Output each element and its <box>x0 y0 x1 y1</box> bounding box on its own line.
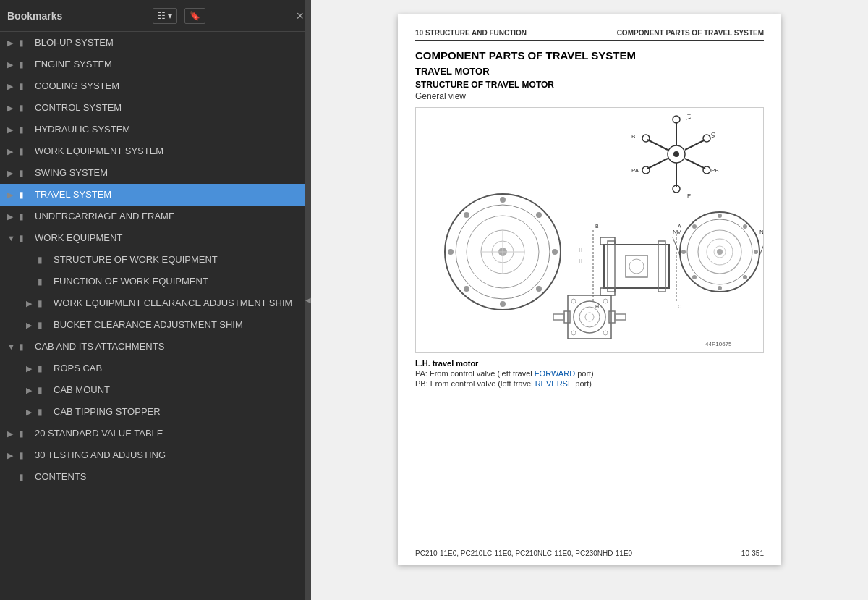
svg-point-63 <box>743 275 747 279</box>
sidebar-item-label: WORK EQUIPMENT <box>35 232 305 245</box>
bookmark-icon: ▮ <box>38 363 49 373</box>
sidebar-item-testing[interactable]: ▮ 30 TESTING AND ADJUSTING <box>0 444 311 466</box>
sidebar-item-label: STRUCTURE OF WORK EQUIPMENT <box>54 254 305 266</box>
bookmark-icon: ▮ <box>19 428 30 439</box>
bookmark-icon: ▮ <box>19 81 30 91</box>
svg-text:P: P <box>687 193 691 199</box>
sidebar-item-control[interactable]: ▮ CONTROL SYSTEM <box>0 97 311 119</box>
sidebar-item-label: ROPS CAB <box>54 363 305 375</box>
resize-handle[interactable] <box>305 0 311 600</box>
arrow-icon <box>7 429 19 439</box>
sidebar-title: Bookmarks <box>7 10 62 22</box>
svg-point-31 <box>552 249 558 255</box>
sidebar-item-func-we[interactable]: ▮ FUNCTION OF WORK EQUIPMENT <box>0 271 311 292</box>
document-footer: PC210-11E0, PC210LC-11E0, PC210NLC-11E0,… <box>415 546 764 557</box>
caption-pa: PA: From control valve (left travel FORW… <box>415 369 764 378</box>
general-view-label: General view <box>415 91 764 101</box>
svg-point-2 <box>673 151 679 157</box>
arrow-icon <box>7 169 19 178</box>
arrow-icon <box>7 451 19 460</box>
sidebar-item-label: 20 STANDARD VALUE TABLE <box>35 428 305 440</box>
bookmark-icon: ▮ <box>38 320 49 330</box>
sidebar-item-label: CONTROL SYSTEM <box>35 102 305 114</box>
bookmark-icon: ▮ <box>19 342 30 352</box>
caption-pb-keyword: REVERSE <box>535 379 574 388</box>
sidebar-item-swing[interactable]: ▮ SWING SYSTEM <box>0 162 311 184</box>
bookmark-icon: ▮ <box>19 211 30 221</box>
sidebar-item-work-equip-sys[interactable]: ▮ WORK EQUIPMENT SYSTEM <box>0 140 311 162</box>
arrow-icon <box>26 321 38 330</box>
svg-text:NM: NM <box>673 229 682 235</box>
arrow-icon <box>7 234 19 242</box>
travel-motor-diagram: T C PB P PA B <box>415 107 764 353</box>
bookmark-icon: ▮ <box>19 38 30 48</box>
document-title: COMPONENT PARTS OF TRAVEL SYSTEM <box>415 49 764 62</box>
svg-rect-0 <box>416 111 763 350</box>
arrow-icon <box>7 190 19 200</box>
main-content: 10 STRUCTURE AND FUNCTION COMPONENT PART… <box>311 0 868 600</box>
svg-text:H: H <box>579 248 582 253</box>
arrow-icon <box>26 407 38 417</box>
sidebar-item-label: CAB AND ITS ATTACHMENTS <box>35 341 305 353</box>
sidebar-item-cab-attach[interactable]: ▮ CAB AND ITS ATTACHMENTS <box>0 336 311 358</box>
caption-pa-keyword: FORWARD <box>535 369 575 378</box>
sidebar-item-travel[interactable]: ▮ TRAVEL SYSTEM <box>0 184 311 206</box>
footer-page-number: 10-351 <box>741 549 764 557</box>
caption-pb-prefix: PB: From control valve (left travel <box>415 379 535 388</box>
sidebar-item-label: WORK EQUIPMENT CLEARANCE ADJUSTMENT SHIM <box>54 297 305 310</box>
sidebar-item-blowup[interactable]: ▮ BLOI-UP SYSTEM <box>0 32 311 54</box>
sidebar-item-struct-we[interactable]: ▮ STRUCTURE OF WORK EQUIPMENT <box>0 249 311 271</box>
sidebar-item-we-clear-shim[interactable]: ▮ WORK EQUIPMENT CLEARANCE ADJUSTMENT SH… <box>0 292 311 314</box>
svg-text:44P10675: 44P10675 <box>705 341 732 347</box>
sidebar-item-cooling[interactable]: ▮ COOLING SYSTEM <box>0 75 311 97</box>
arrow-icon <box>7 342 19 351</box>
arrow-icon <box>7 82 19 91</box>
arrow-icon <box>7 125 19 135</box>
sidebar-view-button[interactable]: ☷ ▾ <box>153 8 177 24</box>
sidebar-item-hydraulic[interactable]: ▮ HYDRAULIC SYSTEM <box>0 119 311 140</box>
svg-point-60 <box>718 214 722 218</box>
header-left: 10 STRUCTURE AND FUNCTION <box>415 29 527 37</box>
sidebar-item-rops[interactable]: ▮ ROPS CAB <box>0 358 311 379</box>
sidebar-item-cab-mount[interactable]: ▮ CAB MOUNT <box>0 379 311 401</box>
svg-point-36 <box>464 212 469 218</box>
caption-pa-prefix: PA: From control valve (left travel <box>415 369 535 378</box>
document-page: 10 STRUCTURE AND FUNCTION COMPONENT PART… <box>398 14 781 565</box>
bookmark-icon: ▮ <box>38 276 49 287</box>
footer-model-numbers: PC210-11E0, PC210LC-11E0, PC210NLC-11E0,… <box>415 549 632 557</box>
sidebar-item-label: CONTENTS <box>35 471 305 483</box>
sidebar-item-label: WORK EQUIPMENT SYSTEM <box>35 145 305 158</box>
svg-point-33 <box>500 301 506 307</box>
bookmark-list: ▮ BLOI-UP SYSTEM ▮ ENGINE SYSTEM ▮ COOLI… <box>0 32 311 600</box>
sidebar-search-button[interactable]: 🔖 <box>184 8 205 24</box>
sidebar-item-bucket-shim[interactable]: ▮ BUCKET CLEARANCE ADJUSTMENT SHIM <box>0 314 311 336</box>
bookmark-icon: ▮ <box>19 103 30 113</box>
bookmark-search-icon: 🔖 <box>190 11 200 21</box>
sidebar-item-std-value[interactable]: ▮ 20 STANDARD VALUE TABLE <box>0 423 311 444</box>
header-right: COMPONENT PARTS OF TRAVEL SYSTEM <box>617 29 764 37</box>
grid-icon: ☷ <box>158 11 166 21</box>
svg-text:H: H <box>595 304 599 309</box>
svg-point-67 <box>692 224 697 229</box>
sidebar-item-contents[interactable]: ▮ CONTENTS <box>0 466 311 488</box>
bookmark-icon: ▮ <box>19 146 30 156</box>
bookmark-icon: ▮ <box>19 450 30 460</box>
sidebar-item-undercarriage[interactable]: ▮ UNDERCARRIAGE AND FRAME <box>0 206 311 227</box>
sidebar-item-work-equip[interactable]: ▮ WORK EQUIPMENT <box>0 227 311 249</box>
sidebar-item-engine[interactable]: ▮ ENGINE SYSTEM <box>0 54 311 75</box>
arrow-icon <box>26 299 38 308</box>
bookmark-icon: ▮ <box>38 407 49 417</box>
sidebar-header: Bookmarks ☷ ▾ 🔖 × <box>0 0 311 32</box>
sidebar-item-cab-stopper[interactable]: ▮ CAB TIPPING STOPPER <box>0 401 311 423</box>
svg-text:H: H <box>579 258 582 263</box>
sidebar: Bookmarks ☷ ▾ 🔖 × ▮ BLOI-UP SYSTEM ▮ ENG… <box>0 0 311 600</box>
close-button[interactable]: × <box>296 9 304 22</box>
arrow-icon <box>7 212 19 221</box>
sidebar-item-label: COOLING SYSTEM <box>35 80 305 93</box>
bookmark-icon: ▮ <box>19 233 30 243</box>
sidebar-item-label: HYDRAULIC SYSTEM <box>35 124 305 136</box>
svg-text:NA: NA <box>760 229 763 235</box>
bookmark-icon: ▮ <box>19 168 30 178</box>
sidebar-item-label: BLOI-UP SYSTEM <box>35 37 305 49</box>
sidebar-item-label: 30 TESTING AND ADJUSTING <box>35 449 305 462</box>
